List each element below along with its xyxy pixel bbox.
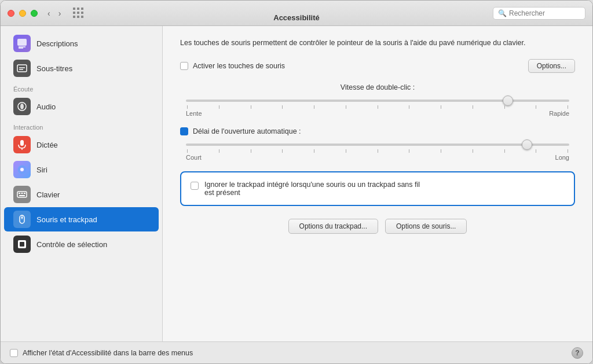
descriptions-label: Descriptions	[36, 39, 78, 48]
slider-vitesse-labels: Lente Rapide	[186, 110, 569, 117]
slider-delai-left: Court	[186, 154, 202, 161]
ignore-label-line1: Ignorer le trackpad intégré lorsqu'une s…	[204, 181, 420, 189]
dictee-icon	[13, 136, 31, 153]
description-text: Les touches de souris permettent de cont…	[180, 38, 575, 49]
search-icon: 🔍	[498, 9, 507, 17]
dictee-label: Dictée	[36, 141, 58, 149]
delai-checkbox[interactable]	[180, 127, 188, 135]
controle-icon	[13, 236, 31, 253]
slider-vitesse-header: Vitesse de double-clic :	[180, 83, 575, 91]
slider-delai-right: Long	[555, 154, 569, 161]
sidebar-item-soustitres[interactable]: Sous-titres	[4, 56, 159, 80]
slider-vitesse-left: Lente	[186, 110, 202, 117]
search-input[interactable]	[509, 9, 580, 17]
svg-rect-16	[19, 195, 25, 196]
activate-row: Activer les touches de souris Options...	[180, 59, 575, 73]
activate-checkbox[interactable]	[180, 62, 188, 70]
slider-vitesse-section: Vitesse de double-clic : Lente Rapide	[180, 83, 575, 117]
titlebar: ‹ › Accessibilité 🔍	[1, 1, 592, 26]
audio-icon	[13, 98, 31, 115]
window-title: Accessibilité	[273, 13, 320, 22]
grid-icon[interactable]	[73, 8, 84, 19]
minimize-button[interactable]	[19, 10, 26, 17]
main-layout: Descriptions Sous-titres Écoute Audio	[1, 26, 592, 341]
ignore-label-line2: est présent	[204, 189, 240, 197]
soustitres-label: Sous-titres	[36, 64, 72, 73]
clavier-icon	[13, 186, 31, 203]
siri-icon	[13, 161, 31, 178]
section-ecoute: Écoute	[1, 81, 162, 94]
souris-options-button[interactable]: Options de souris...	[385, 219, 467, 234]
souris-icon	[13, 211, 31, 228]
options-button[interactable]: Options...	[528, 59, 575, 73]
window-buttons	[8, 10, 38, 17]
slider-delai[interactable]	[186, 144, 569, 146]
close-button[interactable]	[8, 10, 14, 17]
soustitres-icon	[13, 60, 31, 77]
activate-checkbox-group: Activer les touches de souris	[180, 62, 285, 70]
content-area: Les touches de souris permettent de cont…	[163, 26, 592, 341]
delai-checkbox-group: Délai de l'ouverture automatique :	[180, 127, 301, 135]
sidebar-item-souris[interactable]: Souris et trackpad	[4, 207, 159, 231]
slider-vitesse-right: Rapide	[549, 110, 569, 117]
slider-delai-container: Court Long	[180, 138, 575, 161]
svg-point-19	[21, 217, 23, 219]
clavier-label: Clavier	[36, 190, 60, 199]
slider-vitesse-container: Lente Rapide	[180, 94, 575, 117]
sidebar-item-audio[interactable]: Audio	[4, 94, 159, 119]
activate-label[interactable]: Activer les touches de souris	[193, 62, 285, 70]
ignore-trackpad-box: Ignorer le trackpad intégré lorsqu'une s…	[180, 171, 575, 206]
maximize-button[interactable]	[31, 10, 38, 17]
forward-button[interactable]: ›	[56, 8, 64, 19]
ignore-trackpad-label[interactable]: Ignorer le trackpad intégré lorsqu'une s…	[204, 181, 420, 197]
footer-checkbox-row: Afficher l'état d'Accessibilité dans la …	[10, 349, 572, 357]
svg-rect-14	[21, 193, 23, 194]
back-button[interactable]: ‹	[45, 8, 53, 19]
footer-checkbox[interactable]	[10, 349, 18, 357]
svg-rect-8	[20, 140, 24, 146]
svg-rect-3	[17, 65, 27, 72]
sidebar-item-siri[interactable]: Siri	[4, 157, 159, 182]
audio-label: Audio	[36, 102, 56, 111]
siri-label: Siri	[36, 166, 47, 174]
slider-vitesse[interactable]	[186, 100, 569, 102]
controle-label: Contrôle de sélection	[36, 240, 107, 249]
trackpad-options-button[interactable]: Options du trackpad...	[288, 219, 378, 234]
delai-row: Délai de l'ouverture automatique :	[180, 127, 575, 135]
section-interaction: Interaction	[1, 119, 162, 132]
nav-arrows: ‹ ›	[45, 8, 64, 19]
footer-label[interactable]: Afficher l'état d'Accessibilité dans la …	[23, 349, 193, 357]
help-button[interactable]: ?	[572, 347, 583, 359]
svg-rect-13	[19, 193, 20, 194]
svg-point-11	[20, 168, 24, 171]
footer: Afficher l'état d'Accessibilité dans la …	[1, 341, 592, 363]
bottom-buttons: Options du trackpad... Options de souris…	[180, 219, 575, 234]
sidebar-item-controle[interactable]: Contrôle de sélection	[4, 232, 159, 256]
sidebar-item-dictee[interactable]: Dictée	[4, 133, 159, 157]
svg-rect-21	[20, 242, 24, 247]
delai-label[interactable]: Délai de l'ouverture automatique :	[193, 127, 301, 135]
descriptions-icon	[13, 35, 31, 52]
window: ‹ › Accessibilité 🔍 Descr	[0, 0, 593, 364]
svg-rect-12	[17, 192, 27, 197]
sidebar: Descriptions Sous-titres Écoute Audio	[1, 26, 163, 341]
svg-rect-0	[17, 39, 27, 46]
search-bar[interactable]: 🔍	[493, 7, 585, 20]
slider-delai-labels: Court Long	[186, 154, 569, 161]
svg-rect-15	[24, 193, 25, 194]
souris-label: Souris et trackpad	[36, 215, 97, 224]
sidebar-item-clavier[interactable]: Clavier	[4, 182, 159, 207]
sidebar-item-descriptions[interactable]: Descriptions	[4, 31, 159, 56]
ignore-trackpad-checkbox[interactable]	[191, 182, 199, 190]
svg-point-7	[20, 104, 24, 109]
